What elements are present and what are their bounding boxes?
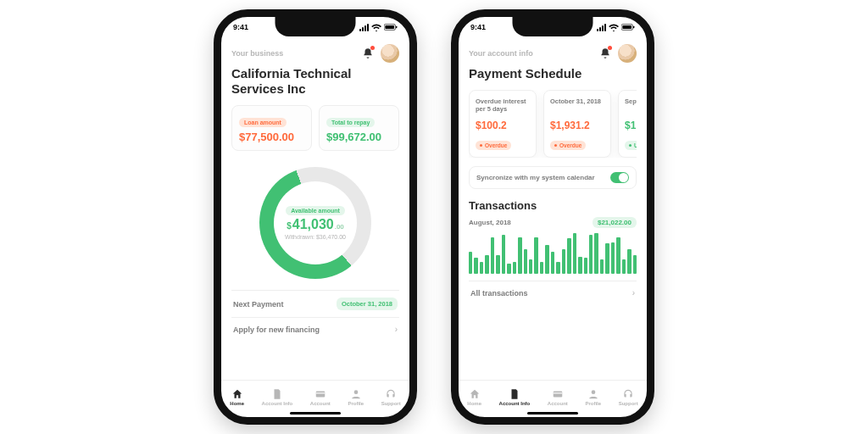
schedule-card[interactable]: October 31, 2018 $1,931.2 Overdue [543, 90, 611, 158]
svg-rect-9 [554, 392, 563, 398]
cellular-icon [597, 24, 606, 31]
loan-amount-card: Loan amount $77,500.00 [231, 105, 312, 151]
eyebrow: Your business [231, 49, 283, 58]
status-badge: U [625, 141, 637, 150]
tab-support[interactable]: Support [381, 388, 401, 406]
notification-dot-icon [370, 46, 375, 50]
cellular-icon [359, 24, 369, 31]
notch [275, 16, 356, 36]
document-icon [271, 388, 283, 400]
all-transactions-row[interactable]: All transactions › [469, 281, 637, 304]
home-indicator[interactable] [527, 412, 578, 415]
card-icon [314, 388, 326, 400]
tab-home[interactable]: Home [230, 388, 244, 406]
next-payment-row[interactable]: Next Payment October 31, 2018 [231, 290, 399, 317]
phone-home: 9:41 Your business California Technical … [214, 9, 417, 425]
available-label: Available amount [286, 206, 345, 215]
home-icon [231, 388, 243, 400]
status-time: 9:41 [233, 23, 248, 31]
total-repay-value: $99,672.00 [326, 131, 392, 143]
tab-profile[interactable]: Profile [585, 388, 601, 406]
document-icon [509, 388, 520, 400]
sync-toggle[interactable] [610, 172, 629, 183]
phone-account-info: 9:41 Your account info Payment Schedule [451, 9, 654, 425]
apply-financing-label: Apply for new financing [233, 326, 320, 334]
loan-amount-label: Loan amount [239, 118, 287, 127]
chevron-right-icon: › [632, 288, 635, 298]
chevron-right-icon: › [395, 325, 398, 334]
notch [513, 16, 593, 36]
svg-rect-8 [633, 26, 634, 29]
notifications-button[interactable] [362, 47, 374, 59]
wifi-icon [371, 24, 381, 31]
status-time: 9:41 [470, 23, 486, 31]
transactions-heading: Transactions [469, 199, 637, 212]
headset-icon [622, 388, 634, 400]
header: Your account info [469, 44, 637, 63]
withdrawn-value: Withdrawn: $36,470.00 [285, 234, 346, 240]
tab-account[interactable]: Account [548, 388, 568, 406]
avatar[interactable] [618, 44, 637, 63]
svg-rect-1 [385, 25, 394, 29]
card-icon [552, 388, 564, 400]
svg-rect-2 [396, 26, 397, 29]
status-badge: Overdue [550, 141, 586, 150]
svg-rect-3 [316, 392, 326, 398]
home-indicator[interactable] [290, 412, 341, 415]
notification-dot-icon [608, 46, 612, 50]
eyebrow: Your account info [469, 49, 533, 58]
tab-account[interactable]: Account [310, 388, 331, 406]
transactions-bar-chart [469, 233, 637, 274]
battery-icon [621, 24, 635, 31]
schedule-card[interactable]: Sept $1 U [618, 90, 637, 158]
sync-label: Syncronize with my system calendar [476, 174, 595, 181]
schedule-scroller[interactable]: Overdue interest per 5 days $100.2 Overd… [469, 90, 637, 158]
schedule-card[interactable]: Overdue interest per 5 days $100.2 Overd… [469, 90, 537, 158]
tab-home[interactable]: Home [467, 388, 481, 406]
transactions-total: $21,022.00 [593, 217, 637, 228]
user-icon [587, 388, 599, 400]
svg-rect-4 [316, 392, 326, 393]
available-amount-chart: Available amount $ 41,030 .00 Withdrawn:… [231, 159, 399, 287]
total-repay-label: Total to repay [326, 118, 375, 127]
home-icon [469, 388, 481, 400]
sync-calendar-row[interactable]: Syncronize with my system calendar [469, 166, 637, 189]
page-title: California Technical Services Inc [231, 66, 399, 97]
avatar[interactable] [381, 44, 399, 63]
total-repay-card: Total to repay $99,672.00 [319, 105, 399, 151]
tab-profile[interactable]: Profile [348, 388, 364, 406]
svg-point-11 [591, 390, 595, 394]
next-payment-label: Next Payment [233, 300, 284, 309]
next-payment-date: October 31, 2018 [337, 298, 398, 310]
all-transactions-label: All transactions [470, 289, 528, 298]
transactions-month: August, 2018 [469, 219, 511, 226]
svg-point-5 [353, 390, 358, 394]
header: Your business [231, 44, 399, 63]
status-badge: Overdue [476, 141, 511, 150]
loan-amount-value: $77,500.00 [239, 131, 304, 143]
battery-icon [384, 24, 398, 31]
tab-account-info[interactable]: Account Info [262, 388, 293, 406]
wifi-icon [609, 24, 619, 31]
user-icon [350, 388, 362, 400]
tab-account-info[interactable]: Account Info [499, 388, 531, 406]
apply-financing-row[interactable]: Apply for new financing › [231, 317, 399, 341]
svg-rect-7 [622, 25, 632, 29]
svg-rect-10 [554, 392, 563, 393]
page-title: Payment Schedule [469, 66, 637, 81]
headset-icon [385, 388, 397, 400]
available-value: $ 41,030 .00 [287, 217, 344, 232]
tab-support[interactable]: Support [619, 388, 638, 406]
notifications-button[interactable] [599, 47, 611, 59]
